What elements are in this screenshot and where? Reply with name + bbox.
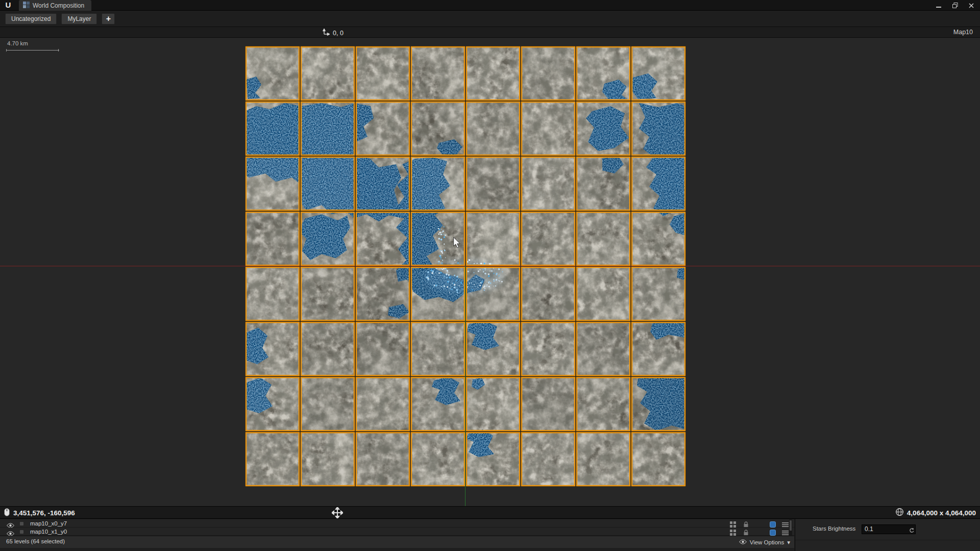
restore-button[interactable] — [949, 2, 961, 10]
mouse-icon — [4, 508, 10, 518]
world-map-viewport[interactable]: 4.70 km — [0, 38, 980, 518]
scale-ruler — [6, 49, 59, 52]
layer-button-uncategorized[interactable]: Uncategorized — [5, 13, 57, 24]
lock-icon[interactable] — [743, 529, 749, 536]
view-options-button[interactable]: View Options ▾ — [739, 536, 790, 548]
world-size-value: 4,064,000 x 4,064,000 — [907, 509, 976, 517]
stars-brightness-input[interactable] — [862, 524, 916, 534]
world-axis-line-y — [465, 266, 465, 518]
blueprint-icon[interactable] — [770, 529, 776, 536]
details-lines-icon[interactable] — [782, 529, 789, 536]
view-options-label: View Options — [750, 539, 785, 545]
world-size-readout: 4,064,000 x 4,064,000 — [896, 507, 976, 518]
pan-mode-icon — [332, 507, 343, 518]
eye-icon — [739, 539, 747, 545]
levels-list[interactable]: map10_x0_y7 map10_x1_y0 — [0, 519, 794, 536]
visibility-eye-icon[interactable] — [7, 529, 14, 536]
cursor-position-value: 3,451,576, -160,596 — [13, 509, 75, 517]
world-map[interactable] — [245, 46, 686, 487]
world-composition-icon — [23, 1, 30, 10]
levels-panel: map10_x0_y7 map10_x1_y0 — [0, 518, 980, 551]
levels-footer: 65 levels (64 selected) View Options ▾ — [0, 536, 794, 548]
level-row[interactable]: map10_x1_y0 — [0, 528, 794, 536]
lighting-state-icon — [20, 522, 23, 525]
mouse-cursor — [452, 237, 462, 251]
clipped-settings-row — [795, 540, 980, 551]
minimize-button[interactable] — [933, 2, 944, 10]
world-axis-line-x — [0, 266, 980, 266]
viewport-status-bar: 3,451,576, -160,596 4,064,000 x 4,064,00… — [0, 506, 980, 518]
origin-coordinates: 0, 0 — [333, 30, 344, 37]
world-origin-indicator: 0, 0 — [323, 29, 344, 37]
package-icon[interactable] — [730, 529, 736, 536]
stars-brightness-label: Stars Brightness — [813, 525, 855, 532]
levels-scrollbar[interactable] — [789, 519, 792, 536]
unreal-engine-logo-icon: U — [4, 1, 13, 10]
level-name: map10_x1_y0 — [30, 529, 67, 535]
origin-marker-icon — [323, 29, 330, 37]
window-controls — [933, 0, 977, 11]
tab-label: World Composition — [33, 2, 84, 9]
chevron-down-icon: ▾ — [787, 539, 790, 546]
globe-icon — [896, 508, 903, 517]
map-name-label: Map10 — [953, 29, 973, 36]
level-name: map10_x0_y7 — [30, 520, 67, 527]
details-panel: Stars Brightness — [795, 519, 980, 551]
layer-button-mylayer[interactable]: MyLayer — [61, 13, 97, 24]
reset-to-default-icon[interactable] — [909, 526, 914, 535]
level-row[interactable]: map10_x0_y7 — [0, 519, 794, 528]
tab-world-composition[interactable]: World Composition — [19, 0, 91, 11]
add-layer-button[interactable]: + — [102, 13, 115, 24]
close-button[interactable] — [966, 2, 977, 10]
cursor-position-readout: 3,451,576, -160,596 — [4, 507, 75, 518]
unreal-world-composition-window: U World Composition Uncategorized MyLaye… — [0, 0, 980, 551]
viewport-toolbar: 0, 0 Map10 — [0, 27, 980, 38]
title-bar: U World Composition — [0, 0, 980, 11]
levels-count-label: 65 levels (64 selected) — [6, 538, 65, 544]
layers-bar: Uncategorized MyLayer + — [0, 11, 980, 27]
scale-label: 4.70 km — [7, 40, 28, 46]
lighting-state-icon — [20, 530, 23, 534]
